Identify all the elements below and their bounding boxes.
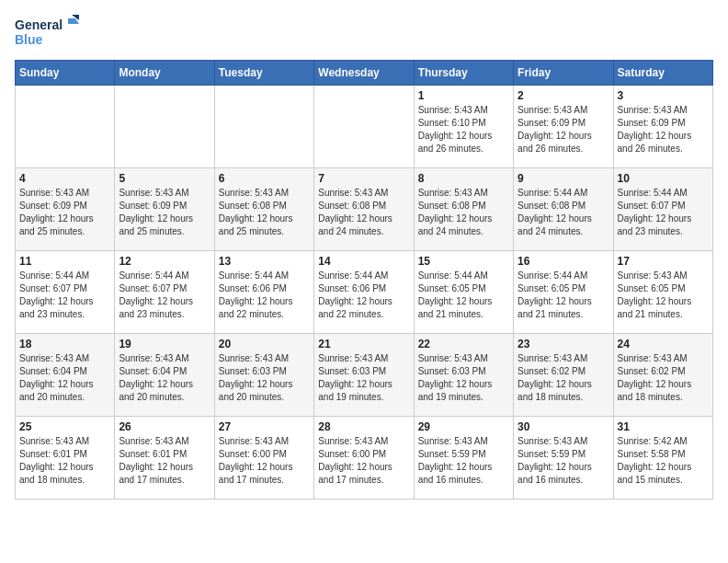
calendar-cell: 19Sunrise: 5:43 AM Sunset: 6:04 PM Dayli… <box>115 334 214 417</box>
day-info: Sunrise: 5:43 AM Sunset: 6:01 PM Dayligh… <box>119 435 210 487</box>
day-info: Sunrise: 5:43 AM Sunset: 6:04 PM Dayligh… <box>119 352 210 404</box>
calendar-cell: 12Sunrise: 5:44 AM Sunset: 6:07 PM Dayli… <box>115 251 214 334</box>
calendar-cell: 6Sunrise: 5:43 AM Sunset: 6:08 PM Daylig… <box>214 168 313 251</box>
day-info: Sunrise: 5:44 AM Sunset: 6:06 PM Dayligh… <box>219 270 310 321</box>
day-number: 9 <box>518 172 609 185</box>
calendar-cell: 29Sunrise: 5:43 AM Sunset: 5:59 PM Dayli… <box>414 417 513 500</box>
calendar-cell: 4Sunrise: 5:43 AM Sunset: 6:09 PM Daylig… <box>16 168 115 251</box>
calendar-cell <box>16 86 115 168</box>
day-info: Sunrise: 5:43 AM Sunset: 6:08 PM Dayligh… <box>318 187 409 238</box>
calendar-cell <box>314 86 414 168</box>
day-info: Sunrise: 5:44 AM Sunset: 6:07 PM Dayligh… <box>618 187 709 238</box>
day-info: Sunrise: 5:43 AM Sunset: 6:08 PM Dayligh… <box>418 187 509 238</box>
day-number: 30 <box>518 420 609 433</box>
calendar-week-row: 25Sunrise: 5:43 AM Sunset: 6:01 PM Dayli… <box>16 417 713 500</box>
day-info: Sunrise: 5:43 AM Sunset: 6:08 PM Dayligh… <box>219 187 310 238</box>
day-header-tuesday: Tuesday <box>214 61 313 86</box>
calendar-cell: 9Sunrise: 5:44 AM Sunset: 6:08 PM Daylig… <box>514 168 613 251</box>
calendar-cell: 27Sunrise: 5:43 AM Sunset: 6:00 PM Dayli… <box>214 417 313 500</box>
calendar-cell: 25Sunrise: 5:43 AM Sunset: 6:01 PM Dayli… <box>16 417 115 500</box>
day-number: 17 <box>618 255 709 268</box>
calendar-cell: 13Sunrise: 5:44 AM Sunset: 6:06 PM Dayli… <box>214 251 313 334</box>
calendar-week-row: 4Sunrise: 5:43 AM Sunset: 6:09 PM Daylig… <box>16 168 713 251</box>
calendar-cell: 3Sunrise: 5:43 AM Sunset: 6:09 PM Daylig… <box>613 86 712 168</box>
logo-svg: General Blue <box>15 15 79 56</box>
day-number: 5 <box>119 172 210 185</box>
day-info: Sunrise: 5:43 AM Sunset: 6:09 PM Dayligh… <box>518 104 609 155</box>
calendar-cell <box>214 86 313 168</box>
day-info: Sunrise: 5:43 AM Sunset: 6:03 PM Dayligh… <box>418 352 509 404</box>
day-header-friday: Friday <box>514 61 613 86</box>
day-info: Sunrise: 5:43 AM Sunset: 6:09 PM Dayligh… <box>618 104 709 155</box>
day-number: 29 <box>418 420 509 433</box>
calendar-table: SundayMondayTuesdayWednesdayThursdayFrid… <box>15 60 713 500</box>
calendar-cell: 24Sunrise: 5:43 AM Sunset: 6:02 PM Dayli… <box>613 334 712 417</box>
day-number: 26 <box>119 420 210 433</box>
day-info: Sunrise: 5:43 AM Sunset: 6:00 PM Dayligh… <box>318 435 409 487</box>
svg-marker-2 <box>68 18 79 24</box>
day-number: 22 <box>418 338 509 350</box>
calendar-cell: 28Sunrise: 5:43 AM Sunset: 6:00 PM Dayli… <box>314 417 414 500</box>
day-info: Sunrise: 5:43 AM Sunset: 6:09 PM Dayligh… <box>119 187 210 238</box>
calendar-cell: 14Sunrise: 5:44 AM Sunset: 6:06 PM Dayli… <box>314 251 414 334</box>
calendar-cell: 2Sunrise: 5:43 AM Sunset: 6:09 PM Daylig… <box>514 86 613 168</box>
day-number: 3 <box>618 89 709 102</box>
day-info: Sunrise: 5:44 AM Sunset: 6:08 PM Dayligh… <box>518 187 609 238</box>
calendar-header-row: SundayMondayTuesdayWednesdayThursdayFrid… <box>16 61 713 86</box>
calendar-cell: 22Sunrise: 5:43 AM Sunset: 6:03 PM Dayli… <box>414 334 513 417</box>
calendar-cell: 23Sunrise: 5:43 AM Sunset: 6:02 PM Dayli… <box>514 334 613 417</box>
calendar-cell: 17Sunrise: 5:43 AM Sunset: 6:05 PM Dayli… <box>613 251 712 334</box>
day-number: 24 <box>618 338 709 350</box>
calendar-cell: 21Sunrise: 5:43 AM Sunset: 6:03 PM Dayli… <box>314 334 414 417</box>
day-number: 4 <box>19 172 110 185</box>
calendar-cell: 30Sunrise: 5:43 AM Sunset: 5:59 PM Dayli… <box>514 417 613 500</box>
day-info: Sunrise: 5:43 AM Sunset: 6:02 PM Dayligh… <box>618 352 709 404</box>
day-number: 6 <box>219 172 310 185</box>
day-number: 27 <box>219 420 310 433</box>
day-number: 8 <box>418 172 509 185</box>
day-info: Sunrise: 5:43 AM Sunset: 6:09 PM Dayligh… <box>19 187 110 238</box>
day-info: Sunrise: 5:44 AM Sunset: 6:07 PM Dayligh… <box>119 270 210 321</box>
svg-text:Blue: Blue <box>15 32 43 47</box>
day-info: Sunrise: 5:43 AM Sunset: 6:05 PM Dayligh… <box>618 270 709 321</box>
calendar-cell: 18Sunrise: 5:43 AM Sunset: 6:04 PM Dayli… <box>16 334 115 417</box>
day-info: Sunrise: 5:43 AM Sunset: 6:03 PM Dayligh… <box>318 352 409 404</box>
day-info: Sunrise: 5:43 AM Sunset: 6:02 PM Dayligh… <box>518 352 609 404</box>
day-number: 31 <box>618 420 709 433</box>
calendar-week-row: 18Sunrise: 5:43 AM Sunset: 6:04 PM Dayli… <box>16 334 713 417</box>
day-header-wednesday: Wednesday <box>314 61 414 86</box>
calendar-cell <box>115 86 214 168</box>
calendar-cell: 20Sunrise: 5:43 AM Sunset: 6:03 PM Dayli… <box>214 334 313 417</box>
day-number: 14 <box>318 255 409 268</box>
day-number: 25 <box>19 420 110 433</box>
calendar-cell: 16Sunrise: 5:44 AM Sunset: 6:05 PM Dayli… <box>514 251 613 334</box>
calendar-cell: 31Sunrise: 5:42 AM Sunset: 5:58 PM Dayli… <box>613 417 712 500</box>
day-info: Sunrise: 5:42 AM Sunset: 5:58 PM Dayligh… <box>618 435 709 487</box>
calendar-week-row: 1Sunrise: 5:43 AM Sunset: 6:10 PM Daylig… <box>16 86 713 168</box>
day-info: Sunrise: 5:43 AM Sunset: 6:04 PM Dayligh… <box>19 352 110 404</box>
calendar-cell: 7Sunrise: 5:43 AM Sunset: 6:08 PM Daylig… <box>314 168 414 251</box>
day-number: 16 <box>518 255 609 268</box>
day-info: Sunrise: 5:43 AM Sunset: 6:01 PM Dayligh… <box>19 435 110 487</box>
calendar-cell: 15Sunrise: 5:44 AM Sunset: 6:05 PM Dayli… <box>414 251 513 334</box>
day-number: 12 <box>119 255 210 268</box>
day-info: Sunrise: 5:43 AM Sunset: 5:59 PM Dayligh… <box>418 435 509 487</box>
page-header: General Blue <box>15 15 713 56</box>
calendar-cell: 26Sunrise: 5:43 AM Sunset: 6:01 PM Dayli… <box>115 417 214 500</box>
day-info: Sunrise: 5:44 AM Sunset: 6:07 PM Dayligh… <box>19 270 110 321</box>
day-number: 11 <box>19 255 110 268</box>
day-number: 18 <box>19 338 110 350</box>
day-info: Sunrise: 5:43 AM Sunset: 6:03 PM Dayligh… <box>219 352 310 404</box>
day-number: 23 <box>518 338 609 350</box>
calendar-week-row: 11Sunrise: 5:44 AM Sunset: 6:07 PM Dayli… <box>16 251 713 334</box>
day-header-sunday: Sunday <box>16 61 115 86</box>
day-number: 2 <box>518 89 609 102</box>
day-header-monday: Monday <box>115 61 214 86</box>
calendar-cell: 1Sunrise: 5:43 AM Sunset: 6:10 PM Daylig… <box>414 86 513 168</box>
day-info: Sunrise: 5:44 AM Sunset: 6:05 PM Dayligh… <box>418 270 509 321</box>
calendar-cell: 8Sunrise: 5:43 AM Sunset: 6:08 PM Daylig… <box>414 168 513 251</box>
calendar-cell: 11Sunrise: 5:44 AM Sunset: 6:07 PM Dayli… <box>16 251 115 334</box>
calendar-cell: 10Sunrise: 5:44 AM Sunset: 6:07 PM Dayli… <box>613 168 712 251</box>
day-number: 13 <box>219 255 310 268</box>
day-info: Sunrise: 5:44 AM Sunset: 6:06 PM Dayligh… <box>318 270 409 321</box>
